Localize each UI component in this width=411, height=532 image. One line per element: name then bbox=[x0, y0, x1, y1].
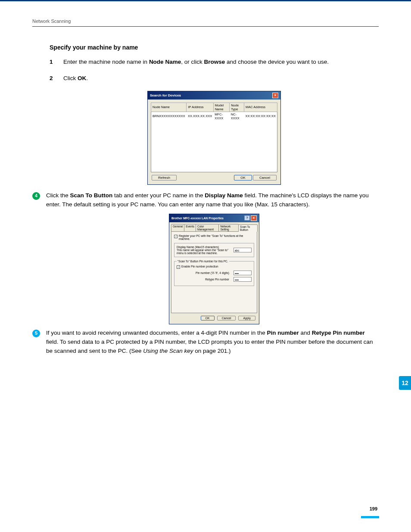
section-title: Specify your machine by name bbox=[50, 44, 379, 51]
retype-pin-label: Retype Pin number bbox=[180, 278, 231, 281]
enable-pin-label: Enable Pin number protection bbox=[181, 265, 218, 268]
step-1: 1 Enter the machine node name in Node Na… bbox=[50, 58, 379, 66]
close-icon[interactable]: × bbox=[272, 93, 278, 98]
step-badge-4: 4 bbox=[32, 192, 40, 200]
tab-panel: ✓ Register your PC with the "Scan To" fu… bbox=[171, 231, 257, 313]
cancel-button[interactable]: Cancel bbox=[217, 316, 236, 320]
pin-group-legend: "Scan To" Button Pin number for this PC. bbox=[177, 260, 229, 263]
step-4: 4 Click the Scan To Button tab and enter… bbox=[32, 191, 379, 209]
apply-button[interactable]: Apply bbox=[238, 316, 255, 320]
properties-dialog: Brother MFC-xxxxxx LAN Properties ? × Ge… bbox=[169, 214, 259, 324]
step-text: Enter the machine node name in Node Name… bbox=[63, 58, 379, 66]
col-node-type[interactable]: Node Type bbox=[230, 103, 244, 112]
col-ip-address[interactable]: IP Address bbox=[187, 103, 213, 112]
col-model-name[interactable]: Model Name bbox=[213, 103, 230, 112]
retype-pin-input[interactable]: •••• bbox=[234, 277, 252, 282]
pin-number-label: Pin number ('0'-'9', 4 digits) bbox=[180, 271, 231, 274]
tab-color-management[interactable]: Color Management bbox=[196, 224, 219, 231]
display-name-group: Display Name (Max15 characters) This nam… bbox=[174, 243, 254, 257]
footer-accent bbox=[361, 516, 379, 518]
search-devices-dialog: Search for Devices × Node Name IP Addres… bbox=[147, 91, 281, 185]
step-number: 1 bbox=[50, 58, 63, 66]
refresh-button[interactable]: Refresh bbox=[152, 175, 177, 180]
numbered-list: 1 Enter the machine node name in Node Na… bbox=[50, 58, 379, 83]
tab-scan-to-button[interactable]: Scan To Button bbox=[238, 224, 258, 232]
display-name-label: Display Name (Max15 characters) This nam… bbox=[177, 246, 231, 255]
display-name-input[interactable]: abc bbox=[234, 248, 252, 252]
step-4-text: Click the Scan To Button tab and enter y… bbox=[46, 191, 379, 209]
ok-button[interactable]: OK bbox=[201, 316, 215, 320]
dialog-titlebar: Brother MFC-xxxxxx LAN Properties ? × bbox=[169, 214, 259, 222]
cancel-button[interactable]: Cancel bbox=[253, 175, 277, 180]
chapter-tab: 12 bbox=[399, 376, 411, 390]
tab-events[interactable]: Events bbox=[184, 224, 196, 231]
dialog-title: Search for Devices bbox=[150, 93, 181, 97]
header-rule bbox=[32, 26, 379, 27]
register-checkbox[interactable]: ✓ bbox=[174, 235, 177, 238]
register-label: Register your PC with the "Scan To" func… bbox=[179, 234, 254, 240]
step-number: 2 bbox=[50, 74, 63, 83]
step-5: 5 If you want to avoid receiving unwante… bbox=[32, 329, 379, 356]
step-badge-5: 5 bbox=[32, 330, 40, 337]
col-node-name[interactable]: Node Name bbox=[151, 103, 187, 112]
dialog-title: Brother MFC-xxxxxx LAN Properties bbox=[171, 217, 224, 220]
pin-group: "Scan To" Button Pin number for this PC.… bbox=[174, 260, 254, 286]
help-icon[interactable]: ? bbox=[244, 215, 250, 221]
step-text: Click OK. bbox=[63, 74, 379, 83]
page-number: 199 bbox=[370, 506, 377, 511]
dialog-titlebar: Search for Devices × bbox=[148, 91, 280, 100]
enable-pin-checkbox[interactable]: ✓ bbox=[177, 265, 180, 269]
pin-number-input[interactable]: •••• bbox=[234, 271, 252, 275]
step-2: 2 Click OK. bbox=[50, 74, 379, 83]
tab-bar: General Events Color Management Network … bbox=[171, 224, 257, 231]
devices-table: Node Name IP Address Model Name Node Typ… bbox=[151, 103, 277, 173]
table-row[interactable]: BRNXXXXXXXXXXXX XX.XXX.XX.XXX MFC-XXXX N… bbox=[151, 112, 277, 121]
close-icon[interactable]: × bbox=[251, 215, 257, 221]
col-mac-address[interactable]: MAC Address bbox=[244, 103, 277, 112]
ok-button[interactable]: OK bbox=[234, 175, 252, 180]
tab-network-setting[interactable]: Network Setting bbox=[218, 224, 239, 231]
breadcrumb: Network Scanning bbox=[32, 19, 379, 24]
step-5-text: If you want to avoid receiving unwanted … bbox=[46, 329, 379, 356]
tab-general[interactable]: General bbox=[171, 224, 184, 231]
